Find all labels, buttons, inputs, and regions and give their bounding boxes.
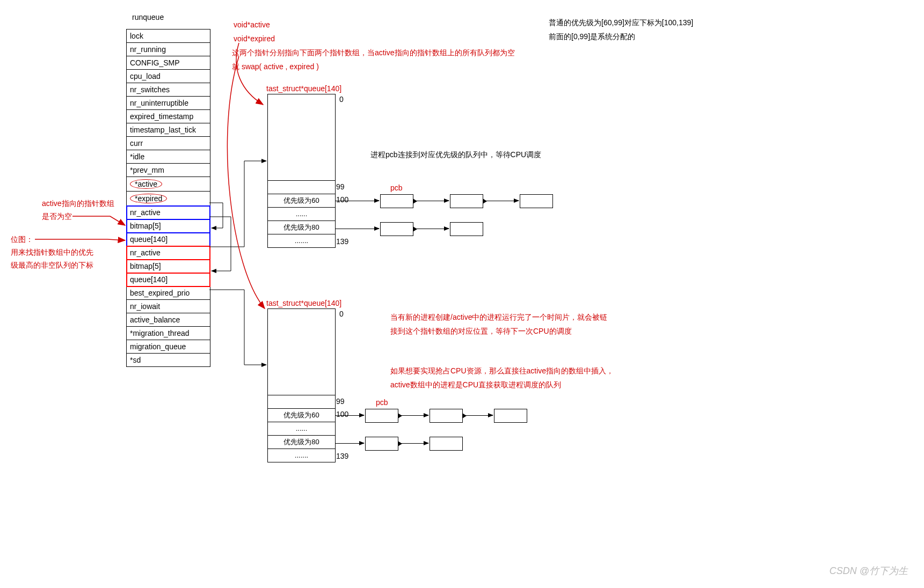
q2-r2-line-0 bbox=[335, 443, 364, 444]
field-config_smp: CONFIG_SMP bbox=[127, 56, 210, 70]
field-best_expired_prio: best_expired_prio bbox=[127, 286, 210, 300]
q2-dots2: ....... bbox=[268, 449, 335, 462]
q1-r2-pcb-1 bbox=[380, 222, 413, 236]
watermark: CSDN @竹下为生 bbox=[830, 564, 908, 577]
q1-r1-line-2 bbox=[483, 201, 519, 201]
field-prev_mm: *prev_mm bbox=[127, 164, 210, 177]
queue2-struct-label: tast_struct*queue[140] bbox=[266, 299, 341, 307]
q1-r1-line-1 bbox=[413, 201, 449, 201]
q2-r1-pcb-2 bbox=[430, 409, 463, 423]
q2-idx-0: 0 bbox=[339, 310, 344, 318]
q2-blank-top bbox=[268, 309, 335, 395]
active-oval: *active bbox=[130, 179, 162, 189]
q2-r2-line-1 bbox=[398, 443, 428, 444]
q1-idx-0: 0 bbox=[339, 95, 344, 104]
q1-r1-pcb-2 bbox=[450, 194, 483, 208]
note-void-active: void*active bbox=[234, 20, 270, 29]
queue-array-1: 优先级为60 ...... 优先级为80 ....... bbox=[267, 94, 336, 248]
q2-r1-line-0 bbox=[335, 415, 364, 416]
q2-dots: ...... bbox=[268, 422, 335, 436]
q1-blank-top bbox=[268, 94, 335, 181]
queue1-struct-label: tast_struct*queue[140] bbox=[266, 84, 341, 93]
field-timestamp_last_tick: timestamp_last_tick bbox=[127, 123, 210, 137]
note-active-empty-1: active指向的指针数组 bbox=[42, 199, 114, 209]
runqueue-title: runqueue bbox=[132, 13, 164, 21]
q2-r2-pcb-1 bbox=[365, 437, 398, 451]
note-pointers-desc1: 这两个指针分别指向下面两个指针数组，当active指向的指针数组上的所有队列都为… bbox=[232, 48, 515, 58]
group2-bitmap: bitmap[5] bbox=[127, 260, 210, 273]
q2-99 bbox=[268, 395, 335, 409]
q1-idx-100: 100 bbox=[336, 195, 348, 204]
q1-pcb-label: pcb bbox=[390, 183, 403, 192]
note-bitmap-1: 位图： bbox=[11, 235, 33, 245]
q1-r1-line-0 bbox=[335, 201, 379, 201]
q2-r2-pcb-2 bbox=[430, 437, 463, 451]
note-pcb-connect: 进程pcb连接到对应优先级的队列中，等待CPU调度 bbox=[370, 150, 541, 160]
q2-idx-100: 100 bbox=[336, 410, 348, 418]
note-system-range: 前面的[0,99]是系统分配的 bbox=[549, 32, 635, 42]
note-bitmap-3: 级最高的非空队列的下标 bbox=[11, 261, 93, 270]
note-active-empty-2: 是否为空 bbox=[42, 212, 72, 222]
field-migration_thread: *migration_thread bbox=[127, 327, 210, 340]
note-priority-range: 普通的优先级为[60,99]对应下标为[100,139] bbox=[549, 18, 693, 28]
field-expired_timestamp: expired_timestamp bbox=[127, 110, 210, 123]
q2-r1-pcb-3 bbox=[494, 409, 527, 423]
q1-idx-99: 99 bbox=[336, 182, 345, 191]
note-pointers-desc2: 就 swap( active , expired ) bbox=[232, 62, 319, 72]
q1-dots: ...... bbox=[268, 208, 335, 221]
field-cpu_load: cpu_load bbox=[127, 70, 210, 83]
q2-idx-99: 99 bbox=[336, 397, 345, 406]
q1-dots2: ....... bbox=[268, 234, 335, 247]
field-nr_uninterruptible: nr_uninterruptible bbox=[127, 97, 210, 110]
field-nr_running: nr_running bbox=[127, 43, 210, 56]
runqueue-struct: lock nr_running CONFIG_SMP cpu_load nr_s… bbox=[126, 29, 210, 367]
group1-nr_active: nr_active bbox=[127, 206, 210, 219]
field-active_balance: active_balance bbox=[127, 313, 210, 327]
q2-pcb-label: pcb bbox=[376, 398, 388, 407]
q1-idx-139: 139 bbox=[336, 237, 348, 246]
q1-r2-line-0 bbox=[335, 229, 379, 229]
field-sd: *sd bbox=[127, 354, 210, 366]
q1-r2-pcb-2 bbox=[450, 222, 483, 236]
group1-queue: queue[140] bbox=[127, 233, 210, 246]
expired-oval: *expired bbox=[130, 194, 167, 203]
note-preempt-2: active数组中的进程是CPU直接获取进程调度的队列 bbox=[390, 380, 561, 390]
group2-queue: queue[140] bbox=[127, 273, 210, 286]
q1-r2-line-1 bbox=[413, 229, 449, 229]
q2-prio80: 优先级为80 bbox=[268, 436, 335, 449]
q2-r1-pcb-1 bbox=[365, 409, 398, 423]
q1-r1-pcb-1 bbox=[380, 194, 413, 208]
field-curr: curr bbox=[127, 137, 210, 150]
note-new-process-2: 接到这个指针数组的对应位置，等待下一次CPU的调度 bbox=[390, 327, 572, 336]
note-void-expired: void*expired bbox=[234, 34, 275, 43]
q2-r1-line-1 bbox=[398, 415, 428, 416]
field-idle: *idle bbox=[127, 150, 210, 164]
queue-array-2: 优先级为60 ...... 优先级为80 ....... bbox=[267, 308, 336, 462]
field-active: *active bbox=[127, 177, 210, 192]
q1-prio80: 优先级为80 bbox=[268, 221, 335, 234]
note-preempt-1: 如果想要实现抢占CPU资源，那么直接往active指向的数组中插入， bbox=[390, 366, 614, 376]
field-expired: *expired bbox=[127, 192, 210, 206]
diagram-canvas: runqueue lock nr_running CONFIG_SMP cpu_… bbox=[0, 0, 924, 588]
field-migration_queue: migration_queue bbox=[127, 340, 210, 354]
field-lock: lock bbox=[127, 30, 210, 43]
group1-bitmap: bitmap[5] bbox=[127, 219, 210, 233]
group2-nr_active: nr_active bbox=[127, 246, 210, 260]
note-bitmap-2: 用来找指针数组中的优先 bbox=[11, 248, 93, 258]
field-nr_switches: nr_switches bbox=[127, 83, 210, 97]
q2-r1-line-2 bbox=[463, 415, 493, 416]
q2-100-prio60: 优先级为60 bbox=[268, 409, 335, 422]
q1-r1-pcb-3 bbox=[520, 194, 553, 208]
field-nr_iowait: nr_iowait bbox=[127, 300, 210, 313]
q1-100-prio60: 优先级为60 bbox=[268, 194, 335, 208]
q2-idx-139: 139 bbox=[336, 452, 348, 460]
note-new-process-1: 当有新的进程创建/active中的进程运行完了一个时间片，就会被链 bbox=[390, 313, 607, 322]
q1-99 bbox=[268, 181, 335, 194]
